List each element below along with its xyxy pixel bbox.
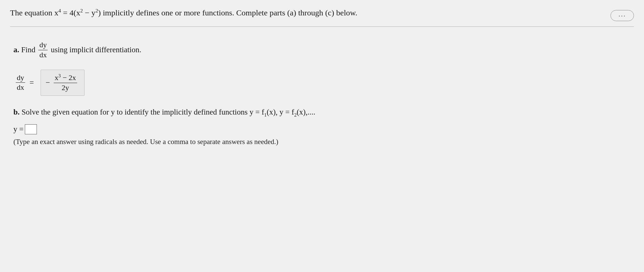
top-section: The equation x4 = 4(x2 − y2) implicitly … bbox=[10, 7, 634, 27]
answer-dy-den: dx bbox=[16, 83, 25, 92]
dy-numerator: dy bbox=[38, 40, 48, 50]
part-a-instruction: a. Find dy dx using implicit differentia… bbox=[13, 40, 634, 60]
answer-numerator: x3 − 2x bbox=[54, 73, 77, 83]
part-a-suffix: using implicit differentiation. bbox=[51, 46, 141, 54]
answer-negative-sign: − bbox=[46, 78, 50, 87]
more-options-button[interactable]: ··· bbox=[610, 10, 634, 21]
answer-highlighted-box: − x3 − 2x 2y bbox=[41, 70, 85, 96]
main-container: The equation x4 = 4(x2 − y2) implicitly … bbox=[0, 0, 644, 272]
answer-denominator: 2y bbox=[61, 83, 70, 93]
problem-statement: The equation x4 = 4(x2 − y2) implicitly … bbox=[10, 7, 610, 19]
part-b-instruction: b. Solve the given equation for y to ide… bbox=[13, 108, 634, 118]
part-a-find-label: Find bbox=[21, 46, 35, 54]
y-answer-input[interactable] bbox=[25, 124, 37, 134]
part-b-section: b. Solve the given equation for y to ide… bbox=[10, 108, 634, 146]
hint-text: (Type an exact answer using radicals as … bbox=[13, 138, 634, 146]
answer-result-fraction: x3 − 2x 2y bbox=[54, 73, 77, 93]
part-a-answer-row: dy dx = − x3 − 2x 2y bbox=[13, 70, 634, 96]
part-a-label: a. bbox=[13, 46, 19, 54]
more-dots-icon: ··· bbox=[619, 12, 626, 19]
y-equals-label: y = bbox=[13, 125, 23, 134]
dy-dx-fraction: dy dx bbox=[38, 40, 48, 60]
answer-equals-sign: = bbox=[30, 78, 34, 87]
part-b-label: b. bbox=[13, 108, 20, 116]
answer-dy-dx-fraction: dy dx bbox=[16, 73, 25, 92]
answer-dy-num: dy bbox=[16, 73, 25, 83]
part-a-section: a. Find dy dx using implicit differentia… bbox=[10, 40, 634, 96]
dx-denominator: dx bbox=[38, 50, 48, 60]
y-equals-row: y = bbox=[13, 124, 634, 134]
